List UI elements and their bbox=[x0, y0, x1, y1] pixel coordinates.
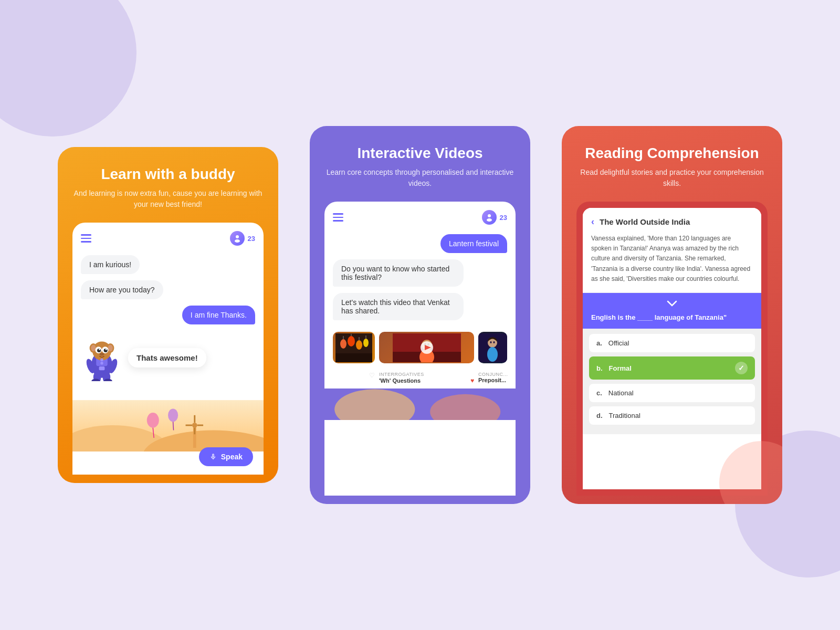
chevron-down-icon bbox=[667, 300, 677, 307]
buddy-phone-mockup: 23 I am kurious! How are you today? I am… bbox=[72, 223, 264, 475]
options-area: a. Official b. Formal ✓ c. National bbox=[583, 329, 761, 434]
chat-bubble-fine: I am fine Thanks. bbox=[182, 306, 255, 324]
svg-point-62 bbox=[494, 341, 495, 343]
svg-rect-49 bbox=[335, 353, 372, 362]
videos-chat-area: Lantern festival Do you want to know who… bbox=[324, 229, 516, 326]
girl-image bbox=[478, 333, 507, 362]
videos-chat-watch: Let's watch this video that Venkat has s… bbox=[333, 293, 464, 320]
mascot-row: Thats awesome! bbox=[72, 330, 264, 385]
checkmark-icon: ✓ bbox=[735, 362, 748, 374]
svg-point-0 bbox=[236, 235, 239, 238]
card-buddy: Learn with a buddy And learning is now e… bbox=[58, 147, 278, 483]
videos-badge-number: 23 bbox=[500, 214, 507, 222]
svg-point-39 bbox=[487, 218, 492, 222]
svg-point-36 bbox=[168, 408, 178, 422]
thats-awesome-bubble: Thats awesome! bbox=[128, 348, 206, 368]
video-labels: ♡ INTERROGATIVES 'Wh' Questions ♥ CONJUN… bbox=[324, 370, 516, 388]
lantern-image bbox=[335, 333, 372, 362]
card-videos: Interactive Videos Learn core concepts t… bbox=[310, 126, 530, 504]
option-a[interactable]: a. Official bbox=[589, 334, 755, 352]
svg-point-41 bbox=[340, 339, 346, 349]
svg-point-64 bbox=[430, 394, 500, 420]
reading-title: Reading Comprehension bbox=[576, 145, 768, 162]
card-reading: Reading Comprehension Read delightful st… bbox=[562, 126, 782, 504]
svg-point-1 bbox=[235, 239, 240, 243]
option-b[interactable]: b. Formal ✓ bbox=[589, 356, 755, 380]
videos-chat-know: Do you want to know who started this fes… bbox=[333, 259, 464, 287]
videos-title: Interactive Videos bbox=[324, 145, 516, 162]
hamburger-icon[interactable] bbox=[81, 234, 91, 243]
videos-hamburger-icon[interactable] bbox=[333, 213, 343, 222]
avatar-circle bbox=[230, 231, 245, 246]
option-b-text: Formal bbox=[609, 364, 632, 372]
option-b-letter: b. bbox=[596, 364, 603, 372]
buddy-subtitle: And learning is now extra fun, cause you… bbox=[72, 188, 264, 210]
main-container: Learn with a buddy And learning is now e… bbox=[58, 126, 782, 504]
svg-point-8 bbox=[108, 345, 113, 352]
question-text: English is the ____ language of Tanzania… bbox=[591, 313, 753, 322]
chat-bubble-how: How are you today? bbox=[81, 280, 163, 299]
videos-phone-header: 23 bbox=[324, 202, 516, 229]
video-category-3: CONJUNC... bbox=[478, 372, 507, 377]
videos-subtitle: Learn core concepts through personalised… bbox=[324, 167, 516, 189]
option-d-letter: d. bbox=[596, 412, 603, 419]
option-a-letter: a. bbox=[596, 339, 602, 347]
chat-bubble-kurious: I am kurious! bbox=[81, 255, 140, 274]
reading-inner: ‹ The World Outside India Vanessa explai… bbox=[583, 208, 761, 489]
svg-point-29 bbox=[192, 423, 197, 428]
option-d-text: Traditional bbox=[609, 412, 640, 419]
video-thumbnails bbox=[324, 326, 516, 370]
reading-subtitle: Read delightful stories and practice you… bbox=[576, 167, 768, 189]
video-thumb-girl[interactable] bbox=[478, 332, 507, 363]
svg-point-6 bbox=[91, 345, 96, 352]
video-label-3: CONJUNC... Preposit... bbox=[478, 372, 507, 384]
heart-icon-2[interactable]: ♥ bbox=[470, 377, 474, 384]
svg-rect-24 bbox=[99, 366, 105, 370]
phone-header: 23 bbox=[72, 223, 264, 250]
question-card: English is the ____ language of Tanzania… bbox=[583, 293, 761, 329]
videos-phone-mockup: 23 Lantern festival Do you want to know … bbox=[324, 202, 516, 496]
chat-area: I am kurious! How are you today? I am fi… bbox=[72, 250, 264, 330]
option-d[interactable]: d. Traditional bbox=[589, 406, 755, 425]
videos-avatar-badge: 23 bbox=[482, 210, 507, 225]
svg-point-43 bbox=[356, 340, 362, 350]
bg-decoration-left bbox=[0, 0, 136, 136]
story-header: ‹ The World Outside India bbox=[591, 216, 753, 227]
svg-point-38 bbox=[488, 214, 491, 217]
mascot-character bbox=[81, 334, 123, 381]
bottom-decoration bbox=[324, 388, 516, 420]
story-text: Vanessa explained, 'More than 120 langua… bbox=[591, 234, 753, 284]
back-arrow[interactable]: ‹ bbox=[591, 216, 594, 227]
svg-point-14 bbox=[106, 349, 107, 350]
option-c[interactable]: c. National bbox=[589, 384, 755, 402]
videos-avatar-circle bbox=[482, 210, 497, 225]
bottom-strip bbox=[324, 388, 516, 420]
presenter-image bbox=[393, 333, 461, 362]
svg-point-63 bbox=[334, 389, 415, 420]
svg-point-23 bbox=[100, 362, 103, 364]
speak-label: Speak bbox=[221, 453, 243, 461]
avatar-badge: 23 bbox=[230, 231, 255, 246]
video-title-2: 'Wh' Questions bbox=[379, 377, 421, 384]
video-label-1: ♡ bbox=[333, 372, 375, 384]
story-card: ‹ The World Outside India Vanessa explai… bbox=[583, 208, 761, 293]
video-category-2: INTERROGATIVES bbox=[379, 372, 474, 377]
heart-outline-1[interactable]: ♡ bbox=[369, 372, 375, 379]
svg-point-60 bbox=[487, 347, 498, 362]
video-thumb-lanterns[interactable] bbox=[333, 332, 375, 363]
scene-landscape bbox=[72, 399, 264, 452]
option-c-letter: c. bbox=[596, 389, 602, 397]
mic-icon bbox=[209, 453, 217, 460]
svg-point-42 bbox=[348, 336, 355, 346]
option-a-text: Official bbox=[608, 339, 629, 347]
buddy-title: Learn with a buddy bbox=[72, 166, 264, 183]
svg-point-61 bbox=[490, 341, 492, 343]
svg-point-34 bbox=[147, 413, 159, 428]
video-thumb-presenter[interactable] bbox=[379, 332, 474, 363]
video-title-3: Preposit... bbox=[478, 377, 507, 383]
video-label-2: INTERROGATIVES 'Wh' Questions ♥ bbox=[379, 372, 474, 384]
dropdown-arrow[interactable] bbox=[591, 299, 753, 309]
badge-number: 23 bbox=[248, 235, 255, 243]
svg-point-13 bbox=[99, 349, 100, 350]
speak-button[interactable]: Speak bbox=[199, 447, 253, 466]
